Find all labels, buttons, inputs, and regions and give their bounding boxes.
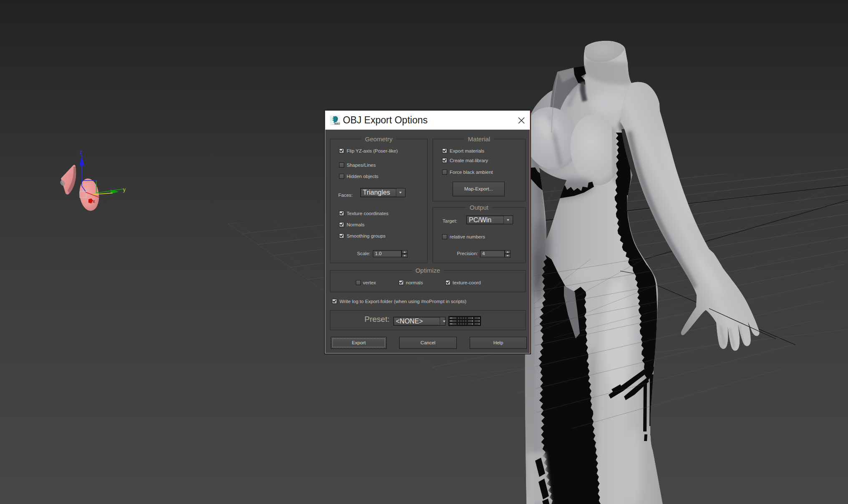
svg-text:z: z — [80, 149, 82, 155]
svg-text:y: y — [123, 187, 126, 193]
svg-text:x: x — [93, 198, 95, 204]
svg-text:MAX: MAX — [335, 122, 340, 125]
